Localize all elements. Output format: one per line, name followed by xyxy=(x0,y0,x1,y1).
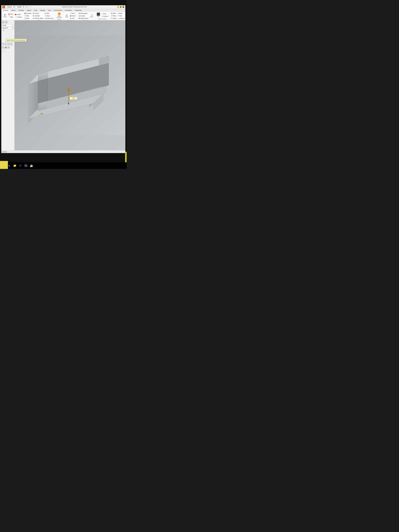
left-panel: ⊡ 👁 Profile ✕ Sketch Pl. ● I xyxy=(1,20,14,150)
fillet-button[interactable]: ⌒Fillet xyxy=(8,16,14,19)
shell-button[interactable]: □Shell xyxy=(24,15,32,17)
tab-annotate[interactable]: Annotate xyxy=(17,9,25,12)
tab-tools[interactable]: Tools xyxy=(33,9,39,12)
direct-button[interactable]: ↗Direct xyxy=(44,15,54,17)
sketch-plane-cursor: I xyxy=(13,27,13,29)
maximize-button[interactable]: □ xyxy=(120,6,122,8)
cursor-arrow: ↖ xyxy=(3,30,4,32)
svg-point-37 xyxy=(25,165,26,166)
panel-top-icons: ⊡ 👁 xyxy=(2,21,14,24)
panel-align3[interactable]: ⊥ xyxy=(7,43,10,45)
sticky-note xyxy=(0,161,8,169)
sketch-driven-button[interactable]: ⊠Sketch Driven xyxy=(78,17,89,19)
extend-button[interactable]: ⟶Extend xyxy=(117,17,125,19)
profile-close[interactable]: ✕ xyxy=(12,25,13,26)
rectangular-button[interactable]: ⊞Rectangular xyxy=(78,12,89,14)
ribbon-group-surface: ⊞Stitch ⬡Patch ✦Sculpt ≡Ruled xyxy=(110,12,125,20)
hole-button[interactable]: ⭕Hole xyxy=(8,13,14,15)
delete-face-button[interactable]: ✕Delete Face xyxy=(44,17,54,19)
main-area: ⊡ 👁 Profile ✕ Sketch Pl. ● I xyxy=(1,20,125,150)
ribbon-group-primitives: 🏷 Decal ⭕Hole ⌒Fillet 📥Import xyxy=(2,12,23,20)
file-label: prax.ipt xyxy=(2,151,7,152)
sculpt-button[interactable]: ✦Sculpt xyxy=(110,17,117,19)
sketch-plane-label: Sketch Pl. xyxy=(2,27,8,29)
mirror-button[interactable]: ⊣ Mirror xyxy=(89,14,94,18)
cursor-area: ↖ xyxy=(2,30,14,32)
patch-button[interactable]: ⬡Patch xyxy=(110,15,117,17)
panel-add-button[interactable]: + xyxy=(2,50,5,52)
thread-button[interactable]: ⊞Thread xyxy=(32,12,44,14)
chamfer-button[interactable]: ◧Chamfer xyxy=(24,12,32,14)
add-button[interactable]: + xyxy=(29,6,32,8)
files-button[interactable]: 📁 xyxy=(13,163,17,168)
panel-dropdown[interactable]: ▾ xyxy=(7,46,10,49)
chrome-button[interactable] xyxy=(24,163,28,168)
shape-generator-button[interactable]: 🔶 ShapeGenerator xyxy=(56,12,62,19)
minimize-button[interactable]: _ xyxy=(117,6,119,8)
import-unwrap-group: 📥Import 📄Unwrap xyxy=(14,13,22,18)
panel-icon1[interactable]: ⊡ xyxy=(2,21,5,24)
formula-button[interactable]: fx xyxy=(25,6,28,8)
right-edge-accent xyxy=(125,152,127,162)
panel-bottom: ≡ ⊥ ⊥ 🔒 ≡ ▣ ▾ + xyxy=(2,43,14,52)
ruled-button[interactable]: ≡Ruled xyxy=(117,12,125,14)
panel-align4[interactable]: 🔒 xyxy=(10,43,13,45)
profile-field[interactable]: Profile ✕ xyxy=(2,24,14,26)
title-bar: I Generic Default fx + Autodesk Inventor… xyxy=(1,5,125,9)
panel-align2[interactable]: ⊥ xyxy=(5,43,7,45)
svg-rect-31 xyxy=(39,115,40,116)
panel-icon2[interactable]: 👁 xyxy=(5,21,8,24)
tab-inspect[interactable]: Inspect xyxy=(25,9,32,12)
ribbon-tabs: 3D Model Sketch Annotate Inspect Tools M… xyxy=(1,9,125,12)
workspace-dropdown[interactable]: Generic xyxy=(6,6,15,8)
3d-model-svg: .75 in .250 xyxy=(14,20,125,150)
convert-button[interactable]: ⟳Convert xyxy=(101,15,108,18)
stitch-button[interactable]: ⊞Stitch xyxy=(110,12,117,14)
face-convert-button[interactable]: ◻Face xyxy=(101,13,108,15)
trim-button[interactable]: ✂Trim xyxy=(117,15,125,17)
title-left: I Generic Default fx + xyxy=(2,6,32,8)
viewport[interactable]: .75 in .250 xyxy=(14,20,125,150)
box-button[interactable]: ⬛ Box xyxy=(96,13,101,18)
panel-align1[interactable]: ≡ xyxy=(2,43,4,45)
svg-point-27 xyxy=(68,103,69,105)
sketch-plane-field[interactable]: Sketch Pl. ● I xyxy=(2,27,14,29)
decal-button[interactable]: 🏷 Decal xyxy=(3,14,7,18)
oracle-button[interactable]: ☕ xyxy=(29,163,34,168)
svg-marker-20 xyxy=(38,78,48,103)
material-dropdown[interactable]: Default xyxy=(16,6,25,8)
ucs-button[interactable]: ⊛UCS xyxy=(70,17,76,19)
plane-button[interactable]: ▭ Plane xyxy=(64,14,69,18)
thicken-button[interactable]: ⊡Thicken/ Offset xyxy=(32,17,44,19)
taskbar-button4[interactable]: ⊟ xyxy=(18,163,23,168)
app-logo: I xyxy=(2,6,5,8)
window-controls: _ □ × xyxy=(117,6,124,8)
tab-environments[interactable]: Environments xyxy=(52,9,63,12)
combine-button[interactable]: ⊕Combine xyxy=(32,15,44,17)
unwrap-button[interactable]: 📄Unwrap xyxy=(14,16,22,18)
tab-sketch[interactable]: Sketch xyxy=(10,9,17,12)
tab-view[interactable]: View xyxy=(47,9,52,12)
svg-text:.75 in: .75 in xyxy=(72,97,75,99)
ribbon-group-explore: 🔶 ShapeGenerator Explore xyxy=(55,12,63,20)
tab-3dmodel[interactable]: 3D Model xyxy=(1,9,10,12)
draft-button[interactable]: ◫Draft xyxy=(24,17,32,19)
panel-view2[interactable]: ▣ xyxy=(5,46,7,49)
monitor-bezel: I Generic Default fx + Autodesk Inventor… xyxy=(0,0,127,169)
tab-getstarted[interactable]: Get Started xyxy=(63,9,73,12)
import-button[interactable]: 📥Import xyxy=(14,13,22,16)
circular-button[interactable]: ◎Circular xyxy=(78,15,89,17)
taskbar: e 📁 ⊟ ☕ xyxy=(0,162,127,169)
panel-view1[interactable]: ≡ xyxy=(2,46,4,49)
close-button[interactable]: × xyxy=(122,6,124,8)
svg-text:.250: .250 xyxy=(40,113,43,115)
tab-collaborate[interactable]: Collaborate xyxy=(73,9,83,12)
tab-manage[interactable]: Manage xyxy=(39,9,46,12)
profile-label: Profile xyxy=(2,25,6,26)
hole-fillet-group: ⭕Hole ⌒Fillet xyxy=(8,13,14,19)
app-title: Autodesk Inventor Professional 2022 Part… xyxy=(62,6,87,8)
ribbon-group-pattern: ⊞Rectangular ◎Circular ⊠Sketch Driven ⊣ … xyxy=(77,12,95,20)
split-button[interactable]: ⊟Split xyxy=(44,12,54,14)
axis-button[interactable]: ⊸Axis ▾ xyxy=(70,12,76,14)
point-button[interactable]: ◆Point ▾ xyxy=(70,15,76,17)
